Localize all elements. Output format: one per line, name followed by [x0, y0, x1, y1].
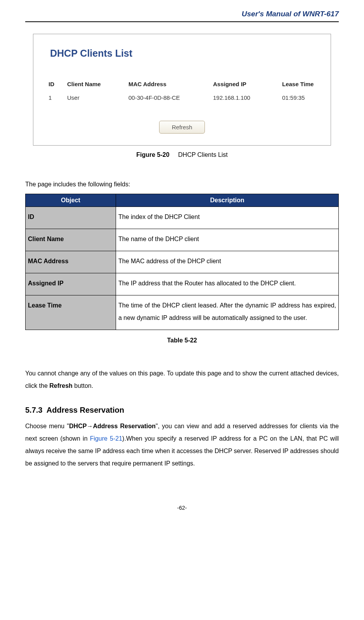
table-row: Client Name The name of the DHCP client [26, 229, 339, 251]
text-bold: Refresh [49, 382, 73, 389]
desc-cell: The MAC address of the DHCP client [116, 251, 339, 273]
panel-title: DHCP Clients List [50, 48, 317, 59]
th-description: Description [116, 194, 339, 207]
cell-lease-time: 01:59:35 [281, 92, 317, 103]
desc-cell: The name of the DHCP client [116, 229, 339, 251]
obj-cell: ID [26, 207, 116, 229]
screenshot-figure: DHCP Clients List ID Client Name MAC Add… [33, 34, 331, 146]
header-rule [25, 21, 339, 22]
col-client-name: Client Name [66, 78, 127, 92]
cell-id: 1 [47, 92, 66, 103]
th-object: Object [26, 194, 116, 207]
table-row: MAC Address The MAC address of the DHCP … [26, 251, 339, 273]
text-bold: DHCP→Address Reservation [69, 423, 156, 429]
dhcp-clients-table: ID Client Name MAC Address Assigned IP L… [47, 78, 317, 103]
section-heading: 5.7.3 Address Reservation [25, 406, 339, 415]
col-mac: MAC Address [127, 78, 211, 92]
section-title: Address Reservation [47, 406, 124, 414]
figure-link[interactable]: Figure 5-21 [90, 435, 122, 442]
table-row: Assigned IP The IP address that the Rout… [26, 273, 339, 295]
obj-cell: Client Name [26, 229, 116, 251]
col-assigned-ip: Assigned IP [211, 78, 281, 92]
obj-cell: Assigned IP [26, 273, 116, 295]
cell-client-name: User [66, 92, 127, 103]
col-id: ID [47, 78, 66, 92]
table-row: Lease Time The time of the DHCP client l… [26, 295, 339, 330]
doc-header-title: User's Manual of WNRT-617 [25, 0, 339, 21]
section-number: 5.7.3 [25, 406, 42, 414]
desc-cell: The IP address that the Router has alloc… [116, 273, 339, 295]
obj-cell: MAC Address [26, 251, 116, 273]
table-row: ID The index of the DHCP Client [26, 207, 339, 229]
paragraph-address-reservation: Choose menu "DHCP→Address Reservation", … [25, 420, 339, 470]
cell-assigned-ip: 192.168.1.100 [211, 92, 281, 103]
table-caption: Table 5-22 [25, 337, 339, 344]
figure-label: Figure 5-20 [136, 151, 169, 158]
text: button. [73, 382, 93, 389]
refresh-button[interactable]: Refresh [159, 121, 205, 134]
paragraph-refresh-note: You cannot change any of the values on t… [25, 367, 339, 392]
table-row: 1 User 00-30-4F-0D-88-CE 192.168.1.100 0… [47, 92, 317, 103]
obj-cell: Lease Time [26, 295, 116, 330]
cell-mac: 00-30-4F-0D-88-CE [127, 92, 211, 103]
text: Choose menu " [25, 423, 69, 429]
page-number: -62- [25, 505, 339, 511]
desc-cell: The time of the DHCP client leased. Afte… [116, 295, 339, 330]
figure-text: DHCP Clients List [178, 151, 228, 158]
desc-cell: The index of the DHCP Client [116, 207, 339, 229]
figure-caption: Figure 5-20 DHCP Clients List [25, 151, 339, 158]
col-lease-time: Lease Time [281, 78, 317, 92]
intro-text: The page includes the following fields: [25, 180, 339, 189]
description-table: Object Description ID The index of the D… [25, 194, 339, 330]
